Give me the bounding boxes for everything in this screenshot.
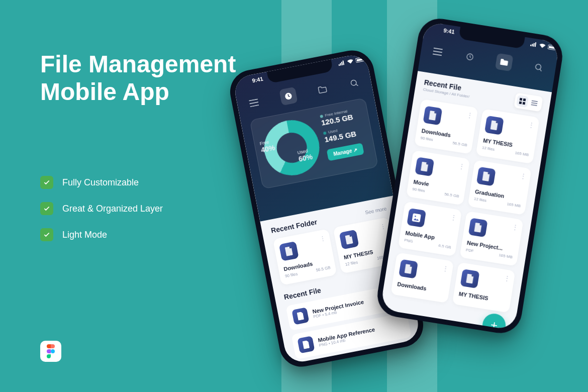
svg-rect-20 bbox=[523, 99, 526, 102]
folder-card[interactable]: ⋮Graduation12 files165 MB bbox=[468, 160, 532, 215]
svg-point-0 bbox=[51, 349, 55, 353]
see-more-link[interactable]: See more bbox=[364, 206, 387, 215]
title-line1: File Management bbox=[40, 51, 236, 77]
promo-copy: File Management Mobile App Fully Customi… bbox=[40, 50, 236, 254]
svg-point-17 bbox=[535, 64, 541, 70]
folder-card[interactable]: ⋮MY THESIS12 files165 MB bbox=[476, 109, 540, 164]
file-type-icon bbox=[476, 167, 496, 186]
list-view-button[interactable] bbox=[528, 97, 541, 110]
svg-rect-12 bbox=[556, 47, 558, 49]
folder-files: 90 files bbox=[412, 186, 425, 193]
folder-icon[interactable] bbox=[316, 83, 329, 96]
folder-files: 12 files bbox=[345, 260, 358, 267]
more-icon[interactable]: ⋮ bbox=[528, 121, 535, 129]
folder-size: 165 MB bbox=[499, 253, 513, 259]
folder-files: 12 files bbox=[481, 145, 495, 152]
folder-card[interactable]: ⋮ Downloads 90 files56.5 GB bbox=[273, 229, 337, 285]
recent-file-title: Recent File bbox=[283, 286, 322, 301]
file-type-icon bbox=[297, 336, 315, 353]
folder-card[interactable]: ⋮MY THESIS bbox=[452, 262, 516, 313]
folder-name: MY THESIS bbox=[458, 291, 506, 305]
more-icon[interactable]: ⋮ bbox=[504, 274, 511, 282]
svg-rect-11 bbox=[549, 46, 555, 49]
file-type-icon bbox=[415, 157, 434, 176]
clock-icon[interactable] bbox=[463, 50, 476, 63]
folder-icon[interactable] bbox=[495, 53, 514, 72]
more-icon[interactable]: ⋮ bbox=[520, 172, 527, 180]
storage-info: Free Internal 120.5 GB Used 149.5 GB Man… bbox=[320, 107, 366, 168]
view-toggle bbox=[514, 92, 543, 112]
more-icon[interactable]: ⋮ bbox=[319, 235, 326, 243]
file-type-icon bbox=[468, 218, 488, 237]
storage-donut-chart: Free 40% Used 60% bbox=[259, 116, 324, 180]
more-icon[interactable]: ⋮ bbox=[379, 223, 386, 231]
folder-card[interactable]: ⋮Movie90 files56.5 GB bbox=[406, 150, 470, 206]
clock-icon[interactable] bbox=[279, 87, 298, 106]
file-type-icon bbox=[484, 116, 504, 135]
svg-rect-21 bbox=[519, 102, 522, 105]
clock: 9:41 bbox=[252, 76, 264, 84]
more-icon[interactable]: ⋮ bbox=[442, 265, 449, 273]
clock: 9:41 bbox=[443, 27, 455, 35]
svg-line-18 bbox=[540, 69, 542, 71]
more-icon[interactable]: ⋮ bbox=[466, 112, 473, 120]
folder-size: 56.5 GB bbox=[316, 265, 331, 272]
folder-card[interactable]: ⋮Mobile AppPNG6.5 GB bbox=[398, 202, 462, 257]
feature-label: Light Mode bbox=[62, 230, 107, 240]
manage-button[interactable]: Manage ↗ bbox=[327, 143, 364, 161]
svg-line-5 bbox=[249, 102, 258, 104]
svg-rect-3 bbox=[364, 58, 365, 60]
svg-line-23 bbox=[532, 101, 538, 102]
feature-label: Great & Organized Layer bbox=[62, 204, 163, 214]
menu-icon[interactable] bbox=[247, 96, 260, 110]
folder-name: Downloads bbox=[397, 281, 445, 295]
svg-rect-22 bbox=[523, 102, 526, 105]
folder-card[interactable]: ⋮New Project...PDF165 MB bbox=[459, 211, 523, 266]
add-button[interactable]: + bbox=[481, 312, 508, 331]
svg-line-15 bbox=[433, 54, 442, 55]
file-type-icon bbox=[423, 106, 442, 125]
more-icon[interactable]: ⋮ bbox=[512, 224, 519, 232]
donut-free-label: Free 40% bbox=[259, 139, 275, 154]
svg-line-25 bbox=[531, 105, 537, 106]
file-type-icon bbox=[279, 241, 299, 261]
folder-size: 56.5 GB bbox=[444, 192, 459, 199]
folder-files: 90 files bbox=[420, 136, 433, 142]
more-icon[interactable]: ⋮ bbox=[458, 162, 465, 170]
file-type-icon bbox=[291, 307, 309, 325]
folder-card[interactable]: ⋮Downloads bbox=[390, 252, 454, 303]
svg-rect-2 bbox=[356, 58, 363, 61]
feature-item: Light Mode bbox=[40, 228, 236, 241]
folder-size: 165 MB bbox=[515, 151, 529, 157]
status-icons bbox=[337, 56, 366, 67]
svg-point-8 bbox=[351, 80, 357, 86]
check-icon bbox=[40, 176, 53, 189]
file-type-icon bbox=[339, 230, 359, 250]
grid-view-button[interactable] bbox=[516, 95, 529, 108]
folder-size: 6.5 GB bbox=[438, 243, 451, 250]
more-icon[interactable]: ⋮ bbox=[450, 214, 457, 222]
file-type-icon bbox=[460, 269, 480, 288]
folder-card[interactable]: ⋮Downloads90 files56.5 GB bbox=[414, 99, 478, 154]
feature-list: Fully Customizable Great & Organized Lay… bbox=[40, 176, 236, 241]
file-type-icon bbox=[407, 208, 426, 228]
svg-line-24 bbox=[531, 103, 537, 104]
folder-files: 12 files bbox=[473, 197, 486, 203]
folder-files: 90 files bbox=[284, 272, 298, 279]
feature-item: Fully Customizable bbox=[40, 176, 236, 189]
main-title: File Management Mobile App bbox=[40, 50, 236, 106]
feature-label: Fully Customizable bbox=[62, 177, 139, 188]
check-icon bbox=[40, 228, 53, 241]
menu-icon[interactable] bbox=[431, 45, 444, 58]
folder-files: PDF bbox=[465, 248, 474, 253]
figma-badge bbox=[40, 341, 61, 362]
search-icon[interactable] bbox=[533, 61, 545, 74]
check-icon bbox=[40, 202, 53, 215]
svg-line-14 bbox=[433, 51, 442, 53]
svg-line-4 bbox=[249, 99, 258, 101]
svg-rect-26 bbox=[412, 213, 421, 222]
title-line2: Mobile App bbox=[40, 78, 169, 105]
feature-item: Great & Organized Layer bbox=[40, 202, 236, 215]
search-icon[interactable] bbox=[348, 77, 361, 90]
svg-line-13 bbox=[434, 48, 443, 50]
